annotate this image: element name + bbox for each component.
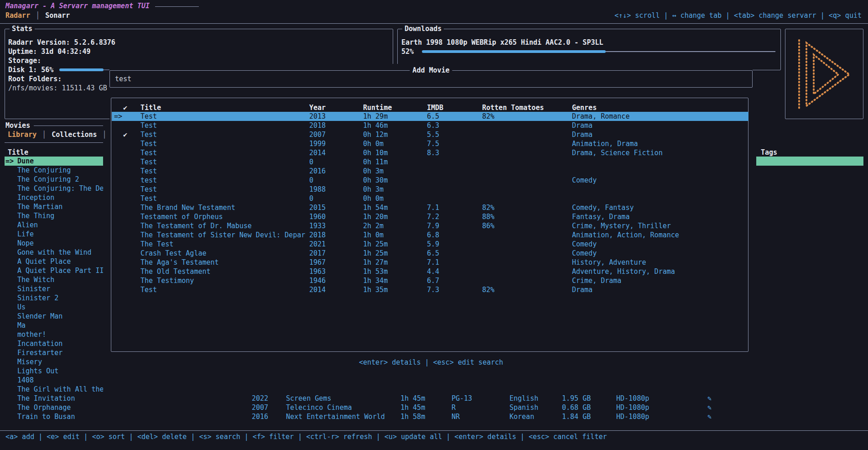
movies-list-item[interactable]: 1408 xyxy=(5,376,103,385)
cell-imdb: 5.5 xyxy=(427,130,439,139)
cell-imdb: 7.2 xyxy=(427,212,439,221)
movies-list-item[interactable]: The Conjuring xyxy=(5,166,103,175)
result-row[interactable]: Test19880h 3m xyxy=(112,185,748,194)
movies-list-item[interactable]: Lights Out xyxy=(5,366,103,376)
cell-certification: NR xyxy=(452,412,460,421)
cell-imdb: 5.9 xyxy=(427,240,439,249)
result-row[interactable]: The Aga's Testament19671h 27m7.1History,… xyxy=(112,258,748,267)
movies-title-rule xyxy=(34,126,103,126)
cell-rotten_tomatoes: 82% xyxy=(482,203,494,212)
movies-list-item[interactable]: The Conjuring: The De xyxy=(5,184,103,193)
cell-language: Spanish xyxy=(509,403,538,412)
movie-title: The Conjuring 2 xyxy=(17,175,79,184)
movies-list-item[interactable]: mother! xyxy=(5,330,103,339)
tab-radarr[interactable]: Radarr xyxy=(5,11,30,20)
result-row[interactable]: ✔Test20070h 12m5.5Drama xyxy=(112,130,748,139)
movie-title: Gone with the Wind xyxy=(17,248,92,257)
result-row[interactable]: Test20160h 3m xyxy=(112,167,748,176)
movies-list-item[interactable]: Sinister xyxy=(5,284,103,293)
movie-title: Inception xyxy=(17,193,54,202)
result-row[interactable]: The Old Testament19631h 53m4.4Adventure,… xyxy=(112,267,748,276)
cell-title: Test xyxy=(140,112,157,121)
movies-list-item[interactable]: The Girl with All the xyxy=(5,385,103,394)
movie-title: Lights Out xyxy=(17,366,58,376)
stats-version: Radarr Version: 5.2.6.8376 xyxy=(8,38,115,47)
library-row[interactable]: 2016Next Entertainment World1h 58mNRKore… xyxy=(0,412,868,421)
result-row[interactable]: The Brand New Testament20151h 54m7.182%C… xyxy=(112,203,748,212)
cell-runtime: 1h 29m xyxy=(363,112,388,121)
cell-size: 0.68 GB xyxy=(562,403,591,412)
movies-list-item[interactable]: Life xyxy=(5,230,103,239)
movie-title: The Conjuring: The De xyxy=(17,184,103,193)
result-row[interactable]: The Testimony19461h 34m6.7Crime, Drama xyxy=(112,276,748,285)
stats-disk-label: Disk 1: 56% xyxy=(8,65,53,74)
tag-selected-item[interactable] xyxy=(756,157,863,166)
movie-title: Sinister xyxy=(17,284,50,293)
edit-icon: ✎ xyxy=(707,394,712,403)
result-row[interactable]: Test20141h 35m7.382%Drama xyxy=(112,285,748,294)
managarr-logo-icon xyxy=(793,36,857,113)
movie-search-input[interactable]: Add Movie test xyxy=(109,70,753,88)
cell-runtime: 1h 54m xyxy=(363,203,388,212)
movies-list-item[interactable]: Slender Man xyxy=(5,312,103,321)
cell-year: 2016 xyxy=(252,412,268,421)
movies-list-item[interactable]: Alien xyxy=(5,220,103,230)
movies-list-item[interactable]: Misery xyxy=(5,357,103,366)
cell-runtime: 1h 53m xyxy=(363,267,388,276)
result-row[interactable]: Test00h 0m xyxy=(112,194,748,203)
result-row[interactable]: Test20181h 46m6.3Drama xyxy=(112,121,748,130)
movies-list-item[interactable]: A Quiet Place xyxy=(5,257,103,266)
tab-collections[interactable]: Collections xyxy=(52,130,97,139)
search-results-table: ✔TitleYearRuntimeIMDBRotten TomatoesGenr… xyxy=(111,98,748,352)
result-row[interactable]: Testament of Orpheus19601h 20m7.288%Fant… xyxy=(112,212,748,221)
download-gauge-fill xyxy=(422,50,606,53)
result-row[interactable]: The Testament of Sister New Devil: Depar… xyxy=(112,230,748,240)
result-row[interactable]: Test19990h 0m7.5Animation, Drama xyxy=(112,139,748,148)
cell-runtime: 0h 12m xyxy=(363,130,388,139)
movie-title: The Martian xyxy=(17,202,62,211)
result-row[interactable]: Test20140h 10m8.3Drama, Science Fiction xyxy=(112,148,748,157)
result-row[interactable]: Test00h 11m xyxy=(112,157,748,167)
movie-title: Nope xyxy=(17,239,34,248)
cell-imdb: 6.7 xyxy=(427,276,439,285)
movies-list-item[interactable]: The Witch xyxy=(5,275,103,284)
movies-list-item[interactable]: Nope xyxy=(5,239,103,248)
column-header: Title xyxy=(140,103,161,112)
result-row[interactable]: =>Test20131h 29m6.582%Drama, Romance xyxy=(112,112,748,121)
cell-runtime: 2h 2m xyxy=(363,221,384,230)
movies-list-item[interactable]: A Quiet Place Part II xyxy=(5,266,103,275)
cell-quality: HD-1080p xyxy=(616,403,649,412)
cell-rotten_tomatoes: 88% xyxy=(482,212,494,221)
selection-arrow: => xyxy=(5,157,14,166)
cell-title: Test xyxy=(140,139,157,148)
cell-runtime: 0h 3m xyxy=(363,185,384,194)
library-row[interactable]: 2022Screen Gems1h 45mPG-13English1.95 GB… xyxy=(0,394,868,403)
movies-list-item[interactable]: Inception xyxy=(5,193,103,202)
movies-list-item[interactable]: Ma xyxy=(5,321,103,330)
movie-title: Life xyxy=(17,230,34,239)
result-row[interactable]: The Test20211h 25m5.9Comedy xyxy=(112,240,748,249)
cell-runtime: 0h 10m xyxy=(363,148,388,157)
result-row[interactable]: Crash Test Aglae20171h 25m6.5Comedy xyxy=(112,249,748,258)
movies-list-item[interactable]: Firestarter xyxy=(5,348,103,357)
movies-list-item[interactable]: Us xyxy=(5,303,103,312)
movies-list-item[interactable]: Incantation xyxy=(5,339,103,348)
movies-list-item[interactable]: Gone with the Wind xyxy=(5,248,103,257)
library-row[interactable]: 2007Telecinco Cinema1h 45mRSpanish0.68 G… xyxy=(0,403,868,412)
movies-list-item[interactable]: The Thing xyxy=(5,211,103,220)
cell-imdb: 6.5 xyxy=(427,112,439,121)
tab-library[interactable]: Library xyxy=(8,130,36,139)
app-title: Managarr - A Servarr management TUI xyxy=(5,1,150,10)
cell-runtime: 1h 0m xyxy=(363,230,384,240)
cell-runtime: 1h 46m xyxy=(363,121,388,130)
tab-sonarr[interactable]: Sonarr xyxy=(45,11,70,20)
result-row[interactable]: The Testament of Dr. Mabuse19332h 2m7.98… xyxy=(112,221,748,230)
tags-section-title: Tags xyxy=(761,148,777,157)
movies-list-item[interactable]: The Martian xyxy=(5,202,103,211)
movies-list-item[interactable]: Sinister 2 xyxy=(5,293,103,303)
tab-separator: │ xyxy=(103,130,107,139)
movies-list-item[interactable]: The Conjuring 2 xyxy=(5,175,103,184)
result-row[interactable]: test00h 30mComedy xyxy=(112,176,748,185)
stats-storage-label: Storage: xyxy=(8,56,41,65)
movies-list-item[interactable]: =>Dune xyxy=(5,157,103,166)
